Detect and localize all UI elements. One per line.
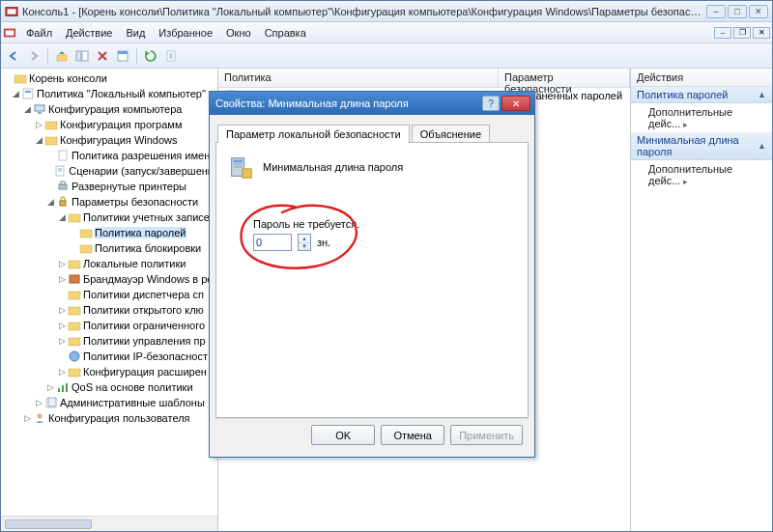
twisty-icon[interactable]: ▷ — [34, 120, 44, 129]
column-param[interactable]: Параметр безопасности — [499, 69, 630, 87]
mmc-icon — [5, 5, 18, 18]
tab-explanation[interactable]: Объяснение — [412, 125, 490, 143]
tree[interactable]: Корень консоли ◢Политика "Локальный комп… — [1, 69, 217, 516]
twisty-icon[interactable]: ▷ — [57, 305, 68, 315]
tree-item[interactable]: QoS на основе политики — [72, 381, 193, 393]
tree-item[interactable]: Политика разрешения имен — [72, 150, 210, 161]
twisty-icon[interactable]: ◢ — [22, 104, 33, 114]
svg-rect-11 — [23, 89, 33, 98]
tree-item[interactable]: Брандмауэр Windows в ре — [83, 273, 213, 285]
tree-item[interactable]: Политики управления пр — [83, 335, 206, 347]
mmc-small-icon — [3, 26, 16, 40]
tab-page: Минимальная длина пароля Пароль не требу… — [215, 142, 529, 418]
twisty-icon[interactable]: ▷ — [22, 413, 33, 423]
cancel-button[interactable]: Отмена — [381, 425, 444, 445]
twisty-icon[interactable]: ◢ — [57, 212, 68, 222]
menu-action[interactable]: Действие — [60, 25, 118, 41]
tree-root[interactable]: Корень консоли — [29, 72, 107, 84]
svg-rect-16 — [45, 137, 57, 145]
child-restore-button[interactable]: ❐ — [733, 27, 751, 39]
tree-item[interactable]: Политики ограниченного — [83, 320, 205, 331]
export-list-button[interactable] — [162, 47, 180, 65]
svg-rect-27 — [69, 292, 80, 299]
actions-more-1[interactable]: Дополнительные дейс... ▸ — [631, 103, 772, 132]
tab-local-security[interactable]: Параметр локальной безопасности — [217, 125, 410, 143]
child-close-button[interactable]: ✕ — [753, 27, 770, 39]
minimize-button[interactable]: – — [706, 5, 726, 18]
actions-more-2[interactable]: Дополнительные дейс... ▸ — [631, 160, 772, 189]
twisty-icon[interactable]: ▷ — [45, 382, 56, 392]
maximize-button[interactable]: □ — [728, 5, 747, 18]
menu-view[interactable]: Вид — [120, 25, 151, 41]
min-length-input[interactable] — [253, 234, 292, 251]
tree-item-selected[interactable]: Политика паролей — [95, 227, 186, 238]
tree-item[interactable]: Политика "Локальный компьютер" — [37, 88, 206, 99]
svg-rect-17 — [59, 151, 67, 160]
forward-button[interactable] — [25, 47, 43, 65]
svg-rect-24 — [80, 245, 92, 253]
show-hide-tree-button[interactable] — [73, 47, 91, 65]
ok-button[interactable]: OK — [311, 425, 375, 445]
tree-item[interactable]: Политики учетных записе — [83, 211, 210, 223]
tree-item[interactable]: Конфигурация расширен — [83, 366, 207, 378]
twisty-icon[interactable]: ◢ — [11, 89, 21, 98]
svg-rect-42 — [234, 160, 243, 163]
spin-buttons[interactable]: ▲▼ — [298, 234, 311, 251]
svg-rect-23 — [80, 230, 92, 238]
tree-item[interactable]: Конфигурация компьютера — [48, 103, 182, 115]
svg-rect-13 — [35, 105, 44, 111]
properties-button[interactable] — [114, 47, 131, 65]
tree-item[interactable]: Развернутые принтеры — [72, 181, 186, 192]
tree-item[interactable]: Политики открытого клю — [83, 304, 204, 316]
delete-button[interactable] — [94, 47, 111, 65]
twisty-icon[interactable]: ▷ — [57, 274, 68, 284]
policy-icon — [21, 87, 35, 100]
twisty-icon[interactable]: ▷ — [34, 398, 44, 407]
twisty-icon[interactable]: ◢ — [45, 197, 56, 207]
folder-icon — [14, 71, 27, 85]
folder-icon — [68, 288, 81, 301]
dialog-close-button[interactable]: ✕ — [501, 96, 530, 111]
tree-item[interactable]: Конфигурация программ — [60, 119, 182, 130]
dialog-help-button[interactable]: ? — [482, 96, 500, 111]
spin-down-icon[interactable]: ▼ — [299, 243, 310, 251]
twisty-icon[interactable]: ▷ — [57, 259, 68, 268]
tree-h-scrollbar[interactable] — [1, 516, 217, 531]
svg-rect-21 — [60, 201, 66, 206]
spin-up-icon[interactable]: ▲ — [299, 235, 310, 243]
tree-item[interactable]: Политики IP-безопасност — [83, 350, 208, 362]
folder-icon — [44, 118, 58, 131]
tree-item[interactable]: Конфигурация пользователя — [48, 412, 190, 424]
tree-item[interactable]: Административные шаблоны — [60, 397, 205, 408]
column-policy[interactable]: Политика — [218, 69, 499, 87]
actions-group-2[interactable]: Минимальная длина пароля▲ — [631, 132, 772, 160]
actions-group-1[interactable]: Политика паролей▲ — [631, 87, 772, 103]
dialog-title-bar[interactable]: Свойства: Минимальная длина пароля ? ✕ — [210, 92, 534, 115]
tree-item[interactable]: Политика блокировки — [95, 242, 201, 254]
menu-favorites[interactable]: Избранное — [153, 25, 218, 41]
back-button[interactable] — [5, 47, 22, 65]
tree-item[interactable]: Параметры безопасности — [72, 196, 198, 208]
twisty-icon[interactable]: ▷ — [57, 336, 68, 346]
security-icon — [56, 195, 70, 209]
twisty-icon[interactable]: ▷ — [57, 321, 68, 330]
up-button[interactable] — [53, 47, 71, 65]
tree-item[interactable]: Локальные политики — [83, 258, 186, 269]
twisty-icon[interactable]: ◢ — [34, 135, 44, 145]
toolbar — [1, 43, 772, 69]
tree-item[interactable]: Сценарии (запуск/завершени — [69, 165, 214, 177]
svg-rect-19 — [59, 184, 67, 189]
tree-item[interactable]: Политики диспетчера сп — [83, 289, 204, 300]
close-button[interactable]: ✕ — [749, 5, 768, 18]
menu-file[interactable]: Файл — [20, 25, 58, 41]
menu-help[interactable]: Справка — [259, 25, 312, 41]
refresh-button[interactable] — [142, 47, 159, 65]
twisty-icon[interactable]: ▷ — [57, 367, 68, 377]
menu-window[interactable]: Окно — [220, 25, 257, 41]
folder-icon — [68, 319, 81, 332]
apply-button[interactable]: Применить — [450, 425, 523, 445]
svg-rect-35 — [66, 383, 68, 392]
child-minimize-button[interactable]: – — [714, 27, 731, 39]
unit-label: зн. — [317, 237, 330, 248]
tree-item[interactable]: Конфигурация Windows — [60, 134, 178, 146]
